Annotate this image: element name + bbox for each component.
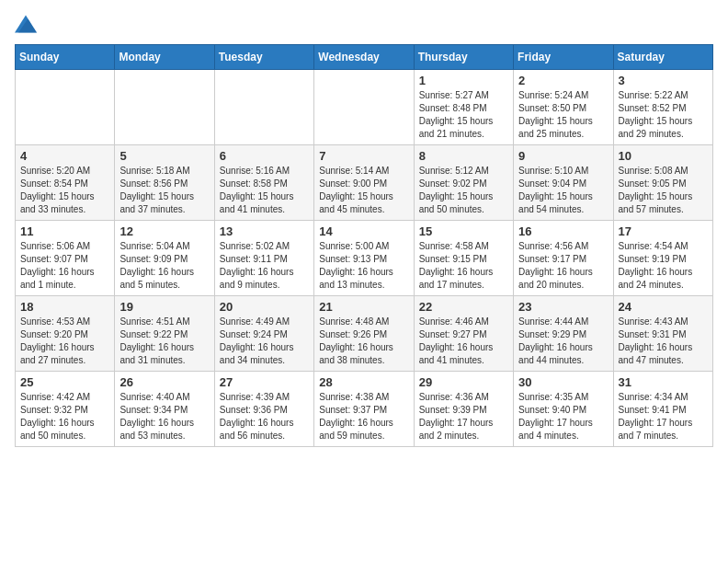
- day-number: 26: [119, 375, 209, 389]
- day-number: 12: [119, 224, 209, 238]
- page-header: [15, 15, 713, 33]
- day-info: Sunrise: 5:16 AM Sunset: 8:58 PM Dayligh…: [220, 165, 309, 216]
- calendar-cell: 27Sunrise: 4:39 AM Sunset: 9:36 PM Dayli…: [214, 372, 313, 447]
- calendar-week-1: 1Sunrise: 5:27 AM Sunset: 8:48 PM Daylig…: [16, 70, 713, 145]
- day-number: 13: [220, 224, 309, 238]
- calendar-cell: 20Sunrise: 4:49 AM Sunset: 9:24 PM Dayli…: [214, 296, 313, 372]
- calendar-cell: 7Sunrise: 5:14 AM Sunset: 9:00 PM Daylig…: [314, 145, 414, 221]
- weekday-header-monday: Monday: [115, 45, 214, 70]
- weekday-header-thursday: Thursday: [414, 45, 513, 70]
- day-number: 1: [419, 74, 508, 87]
- day-info: Sunrise: 5:20 AM Sunset: 8:54 PM Dayligh…: [20, 165, 109, 216]
- calendar-week-3: 11Sunrise: 5:06 AM Sunset: 9:07 PM Dayli…: [16, 221, 713, 296]
- day-number: 3: [619, 74, 708, 87]
- day-info: Sunrise: 4:39 AM Sunset: 9:36 PM Dayligh…: [220, 391, 309, 442]
- weekday-header-tuesday: Tuesday: [214, 45, 313, 70]
- day-number: 7: [319, 149, 408, 163]
- calendar-cell: 8Sunrise: 5:12 AM Sunset: 9:02 PM Daylig…: [414, 145, 513, 221]
- day-number: 24: [619, 300, 708, 314]
- day-number: 25: [20, 375, 109, 389]
- calendar-cell: [16, 70, 115, 145]
- calendar-week-5: 25Sunrise: 4:42 AM Sunset: 9:32 PM Dayli…: [16, 372, 713, 447]
- calendar-cell: 9Sunrise: 5:10 AM Sunset: 9:04 PM Daylig…: [514, 145, 613, 221]
- weekday-header-row: SundayMondayTuesdayWednesdayThursdayFrid…: [16, 45, 713, 70]
- day-number: 16: [518, 224, 608, 238]
- day-number: 28: [319, 375, 408, 389]
- calendar-table: SundayMondayTuesdayWednesdayThursdayFrid…: [15, 44, 713, 447]
- day-info: Sunrise: 5:18 AM Sunset: 8:56 PM Dayligh…: [119, 165, 209, 216]
- calendar-cell: 10Sunrise: 5:08 AM Sunset: 9:05 PM Dayli…: [613, 145, 712, 221]
- calendar-cell: 17Sunrise: 4:54 AM Sunset: 9:19 PM Dayli…: [613, 221, 712, 296]
- day-number: 22: [419, 300, 508, 314]
- day-number: 19: [119, 300, 209, 314]
- day-number: 17: [619, 224, 708, 238]
- day-info: Sunrise: 4:34 AM Sunset: 9:41 PM Dayligh…: [619, 391, 708, 442]
- day-info: Sunrise: 4:38 AM Sunset: 9:37 PM Dayligh…: [319, 391, 408, 442]
- day-info: Sunrise: 4:58 AM Sunset: 9:15 PM Dayligh…: [419, 240, 508, 292]
- day-number: 14: [319, 224, 408, 238]
- calendar-cell: 15Sunrise: 4:58 AM Sunset: 9:15 PM Dayli…: [414, 221, 513, 296]
- day-info: Sunrise: 5:22 AM Sunset: 8:52 PM Dayligh…: [619, 89, 708, 141]
- day-number: 29: [419, 375, 508, 389]
- calendar-cell: 6Sunrise: 5:16 AM Sunset: 8:58 PM Daylig…: [214, 145, 313, 221]
- day-info: Sunrise: 4:36 AM Sunset: 9:39 PM Dayligh…: [419, 391, 508, 442]
- day-info: Sunrise: 5:27 AM Sunset: 8:48 PM Dayligh…: [419, 89, 508, 141]
- calendar-cell: 19Sunrise: 4:51 AM Sunset: 9:22 PM Dayli…: [115, 296, 214, 372]
- calendar-cell: [214, 70, 313, 145]
- day-info: Sunrise: 4:49 AM Sunset: 9:24 PM Dayligh…: [220, 316, 309, 367]
- calendar-cell: 24Sunrise: 4:43 AM Sunset: 9:31 PM Dayli…: [613, 296, 712, 372]
- calendar-cell: [314, 70, 414, 145]
- day-number: 21: [319, 300, 408, 314]
- day-info: Sunrise: 4:40 AM Sunset: 9:34 PM Dayligh…: [119, 391, 209, 442]
- day-info: Sunrise: 4:46 AM Sunset: 9:27 PM Dayligh…: [419, 316, 508, 367]
- calendar-cell: 1Sunrise: 5:27 AM Sunset: 8:48 PM Daylig…: [414, 70, 513, 145]
- day-info: Sunrise: 4:43 AM Sunset: 9:31 PM Dayligh…: [619, 316, 708, 367]
- day-info: Sunrise: 5:14 AM Sunset: 9:00 PM Dayligh…: [319, 165, 408, 216]
- calendar-cell: 18Sunrise: 4:53 AM Sunset: 9:20 PM Dayli…: [16, 296, 115, 372]
- day-number: 27: [220, 375, 309, 389]
- day-info: Sunrise: 4:56 AM Sunset: 9:17 PM Dayligh…: [518, 240, 608, 292]
- calendar-cell: [115, 70, 214, 145]
- day-info: Sunrise: 4:44 AM Sunset: 9:29 PM Dayligh…: [518, 316, 608, 367]
- calendar-cell: 4Sunrise: 5:20 AM Sunset: 8:54 PM Daylig…: [16, 145, 115, 221]
- day-number: 8: [419, 149, 508, 163]
- calendar-cell: 31Sunrise: 4:34 AM Sunset: 9:41 PM Dayli…: [613, 372, 712, 447]
- day-number: 20: [220, 300, 309, 314]
- day-info: Sunrise: 4:54 AM Sunset: 9:19 PM Dayligh…: [619, 240, 708, 292]
- day-number: 30: [518, 375, 608, 389]
- day-info: Sunrise: 5:02 AM Sunset: 9:11 PM Dayligh…: [220, 240, 309, 292]
- calendar-week-2: 4Sunrise: 5:20 AM Sunset: 8:54 PM Daylig…: [16, 145, 713, 221]
- calendar-cell: 29Sunrise: 4:36 AM Sunset: 9:39 PM Dayli…: [414, 372, 513, 447]
- calendar-cell: 14Sunrise: 5:00 AM Sunset: 9:13 PM Dayli…: [314, 221, 414, 296]
- weekday-header-sunday: Sunday: [16, 45, 115, 70]
- logo: [15, 15, 40, 33]
- weekday-header-saturday: Saturday: [613, 45, 712, 70]
- calendar-cell: 26Sunrise: 4:40 AM Sunset: 9:34 PM Dayli…: [115, 372, 214, 447]
- day-number: 11: [20, 224, 109, 238]
- weekday-header-wednesday: Wednesday: [314, 45, 414, 70]
- calendar-cell: 3Sunrise: 5:22 AM Sunset: 8:52 PM Daylig…: [613, 70, 712, 145]
- day-info: Sunrise: 5:00 AM Sunset: 9:13 PM Dayligh…: [319, 240, 408, 292]
- calendar-cell: 12Sunrise: 5:04 AM Sunset: 9:09 PM Dayli…: [115, 221, 214, 296]
- day-info: Sunrise: 4:35 AM Sunset: 9:40 PM Dayligh…: [518, 391, 608, 442]
- calendar-cell: 2Sunrise: 5:24 AM Sunset: 8:50 PM Daylig…: [514, 70, 613, 145]
- calendar-cell: 16Sunrise: 4:56 AM Sunset: 9:17 PM Dayli…: [514, 221, 613, 296]
- day-info: Sunrise: 5:24 AM Sunset: 8:50 PM Dayligh…: [518, 89, 608, 141]
- calendar-week-4: 18Sunrise: 4:53 AM Sunset: 9:20 PM Dayli…: [16, 296, 713, 372]
- logo-icon: [15, 15, 37, 33]
- day-info: Sunrise: 5:10 AM Sunset: 9:04 PM Dayligh…: [518, 165, 608, 216]
- day-number: 15: [419, 224, 508, 238]
- calendar-cell: 30Sunrise: 4:35 AM Sunset: 9:40 PM Dayli…: [514, 372, 613, 447]
- day-info: Sunrise: 4:53 AM Sunset: 9:20 PM Dayligh…: [20, 316, 109, 367]
- calendar-cell: 13Sunrise: 5:02 AM Sunset: 9:11 PM Dayli…: [214, 221, 313, 296]
- day-number: 4: [20, 149, 109, 163]
- day-number: 31: [619, 375, 708, 389]
- calendar-cell: 23Sunrise: 4:44 AM Sunset: 9:29 PM Dayli…: [514, 296, 613, 372]
- day-number: 6: [220, 149, 309, 163]
- day-number: 2: [518, 74, 608, 87]
- calendar-cell: 21Sunrise: 4:48 AM Sunset: 9:26 PM Dayli…: [314, 296, 414, 372]
- day-info: Sunrise: 5:06 AM Sunset: 9:07 PM Dayligh…: [20, 240, 109, 292]
- day-info: Sunrise: 5:08 AM Sunset: 9:05 PM Dayligh…: [619, 165, 708, 216]
- calendar-cell: 22Sunrise: 4:46 AM Sunset: 9:27 PM Dayli…: [414, 296, 513, 372]
- day-info: Sunrise: 4:48 AM Sunset: 9:26 PM Dayligh…: [319, 316, 408, 367]
